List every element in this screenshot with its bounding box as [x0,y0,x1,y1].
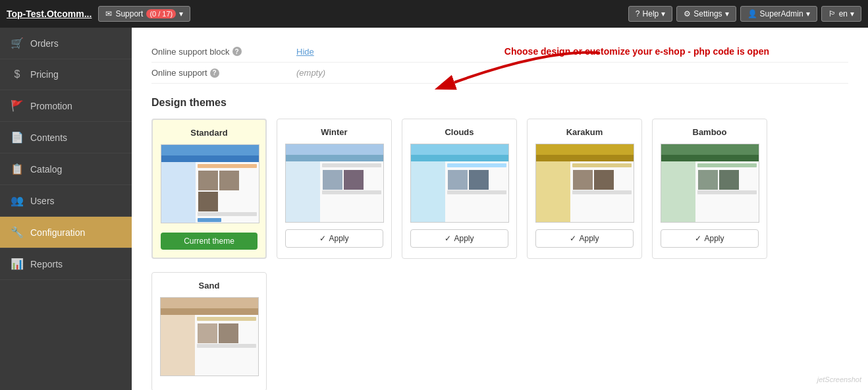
gear-icon: ⚙ [684,9,691,18]
support-label: Support [115,9,143,18]
apply-button-winter[interactable]: ✓ Apply [285,229,383,248]
checkmark-icon-winter: ✓ [319,234,326,243]
theme-card-winter: Winter [277,119,392,259]
preview-header-sand [161,298,258,308]
preview-header-karakum [536,144,634,155]
sidebar-label-contents: Contents [30,132,67,143]
sidebar-item-configuration[interactable]: 🔧 Configuration [0,217,132,248]
checkmark-icon-bamboo: ✓ [695,234,701,243]
chart-icon: 📊 [11,258,24,270]
current-theme-button[interactable]: Current theme [161,233,258,250]
page-icon: 📄 [11,131,24,144]
preview-content-winter [320,161,383,222]
preview-row-k1 [572,163,632,167]
topbar-left: Top-Test.Otcomm... ✉ Support (0 / 17) ▾ [7,6,190,22]
sidebar-item-contents[interactable]: 📄 Contents [0,122,132,153]
preview-body-standard [161,162,259,223]
preview-content-sand [195,315,258,376]
preview-inner-bamboo [661,144,759,222]
settings-button[interactable]: ⚙ Settings ▾ [676,6,736,22]
sidebar-item-promotion[interactable]: 🚩 Promotion [0,90,132,122]
sidebar: 🛒 Orders $ Pricing 🚩 Promotion 📄 Content… [0,28,132,390]
online-support-block-value: Hide [296,47,314,57]
preview-nav-sand [161,308,258,315]
theme-preview-standard [161,144,259,223]
preview-sidebar-bamboo [661,161,695,222]
checkmark-icon-clouds: ✓ [445,234,451,243]
lang-dropdown-icon: ▾ [850,9,854,18]
preview-row-w2 [322,190,381,194]
preview-img-s1 [198,323,217,343]
themes-grid-row2: Sand [151,272,848,390]
online-support-label: Online support ? [151,68,296,78]
theme-name-clouds: Clouds [410,127,508,137]
preview-content-karakum [570,161,634,222]
preview-content-bamboo [695,161,759,222]
preview-body-bamboo [661,161,759,222]
envelope-icon: ✉ [105,9,112,18]
sidebar-item-catalog[interactable]: 📋 Catalog [0,153,132,185]
theme-name-karakum: Karakum [535,127,634,137]
preview-content-clouds [445,161,508,222]
annotation-text: Choose design or customize your e-shop -… [504,46,769,57]
theme-card-karakum: Karakum [527,119,642,259]
apply-button-bamboo[interactable]: ✓ Apply [661,229,759,248]
preview-body-sand [161,315,258,376]
preview-img-b2 [719,170,739,190]
preview-header-bamboo [661,144,759,155]
sidebar-item-users[interactable]: 👥 Users [0,185,132,217]
sidebar-label-orders: Orders [30,38,59,49]
help-icon-support-block: ? [232,47,242,56]
preview-body-clouds [411,161,508,222]
checkmark-icon-karakum: ✓ [570,234,576,243]
support-button[interactable]: ✉ Support (0 / 17) ▾ [98,6,190,22]
preview-imgs-w [322,169,381,190]
theme-preview-winter [285,144,384,223]
user-button[interactable]: 👤 SuperAdmin ▾ [740,6,817,22]
preview-header-clouds [411,144,508,155]
preview-sidebar-sand [161,315,195,376]
sidebar-label-reports: Reports [30,259,63,269]
lang-button[interactable]: 🏳 en ▾ [821,6,861,22]
help-dropdown-icon: ▾ [661,9,665,18]
sidebar-item-reports[interactable]: 📊 Reports [0,248,132,280]
preview-row-c1 [447,163,506,167]
theme-card-clouds: Clouds [402,119,517,259]
preview-sidebar-clouds [411,161,445,222]
preview-row-k2 [572,190,632,194]
apply-button-clouds[interactable]: ✓ Apply [410,229,508,248]
preview-nav-karakum [536,155,634,161]
theme-name-sand: Sand [160,281,258,291]
wrench-icon: 🔧 [11,226,24,238]
preview-img-k1 [573,170,593,190]
content-area: Online support block ? Hide Choose desig… [132,28,868,390]
apply-button-karakum[interactable]: ✓ Apply [535,229,634,248]
main-layout: 🛒 Orders $ Pricing 🚩 Promotion 📄 Content… [0,28,868,390]
preview-sidebar-standard [161,162,196,223]
sidebar-label-pricing: Pricing [30,69,59,80]
preview-img-w1 [323,170,342,190]
preview-imgs-b [697,169,757,190]
preview-sidebar-winter [286,161,320,222]
theme-preview-clouds [410,144,509,223]
sidebar-item-orders[interactable]: 🛒 Orders [0,28,132,59]
preview-row2 [198,212,257,216]
theme-preview-sand [160,297,259,376]
help-button[interactable]: ? Help ▾ [628,6,672,22]
preview-inner-standard [161,145,259,223]
online-support-block-label: Online support block ? [151,47,296,57]
preview-nav-bamboo [661,155,759,161]
preview-row-b2 [697,190,757,194]
logo[interactable]: Top-Test.Otcomm... [7,9,92,19]
sidebar-label-promotion: Promotion [30,101,72,111]
preview-row3 [198,218,221,222]
design-themes-title: Design themes [151,97,848,109]
online-support-block-row: Online support block ? Hide Choose desig… [151,41,848,63]
hide-link[interactable]: Hide [296,47,314,57]
sidebar-label-users: Users [30,196,55,206]
preview-inner-sand [161,298,258,376]
sidebar-item-pricing[interactable]: $ Pricing [0,59,132,90]
preview-inner-winter [286,144,383,222]
flag-icon: 🏳 [828,9,836,18]
sidebar-label-catalog: Catalog [30,164,62,175]
